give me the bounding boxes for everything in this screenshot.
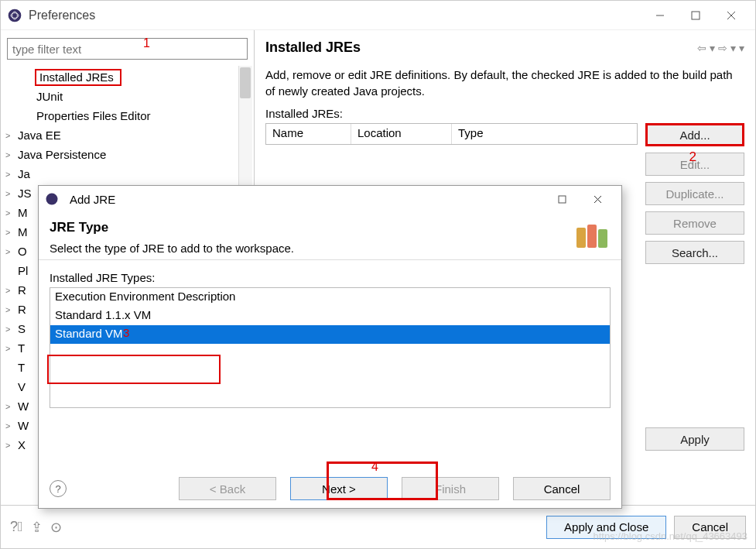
col-location[interactable]: Location xyxy=(351,124,452,144)
preferences-window: Preferences 1 Installed JRE xyxy=(0,0,756,549)
tree-caret-icon: > xyxy=(5,228,16,237)
help-icon[interactable]: ?⃝ xyxy=(10,519,23,536)
titlebar: Preferences xyxy=(1,1,755,30)
page-title: Installed JREs xyxy=(265,39,361,56)
jre-types-list[interactable]: Execution Environment DescriptionStandar… xyxy=(50,287,611,408)
tree-caret-icon: > xyxy=(5,170,16,179)
svg-rect-8 xyxy=(559,196,566,203)
maximize-icon xyxy=(691,11,700,20)
tree-item-label: Pl xyxy=(16,264,28,277)
dialog-maximize-button[interactable] xyxy=(544,187,580,211)
annotation-1: 1 xyxy=(143,36,150,50)
close-icon xyxy=(727,11,736,20)
eclipse-icon xyxy=(45,192,59,206)
tree-item-label: M xyxy=(16,225,28,238)
dialog-footer: 4 ? < Back Next > Finish Cancel xyxy=(39,477,621,500)
tree-item-label: Ja xyxy=(16,167,30,180)
svg-rect-13 xyxy=(598,229,607,248)
annotation-2: 2 xyxy=(689,149,696,165)
close-button[interactable] xyxy=(713,4,749,27)
dialog-title: Add JRE xyxy=(65,193,544,206)
svg-point-0 xyxy=(9,9,22,22)
eclipse-icon xyxy=(7,8,22,23)
watermark: https://blog.csdn.net/qq_43663493 xyxy=(594,530,748,542)
dialog-heading: JRE Type xyxy=(50,220,294,235)
svg-rect-11 xyxy=(576,228,586,248)
tree-item-label: S xyxy=(16,322,26,335)
tree-caret-icon: > xyxy=(5,131,16,140)
tree-item-label: X xyxy=(16,438,26,451)
tree-caret-icon: > xyxy=(5,150,16,160)
next-button[interactable]: Next > xyxy=(290,477,388,500)
jre-type-item[interactable]: Execution Environment Description xyxy=(50,288,610,307)
tree-item-label: W xyxy=(16,419,29,432)
scrollbar-thumb[interactable] xyxy=(240,67,251,98)
tree-item[interactable]: Properties Files Editor xyxy=(1,106,254,125)
page-nav-arrows[interactable]: ⇦ ▾ ⇨ ▾ ▾ xyxy=(697,42,744,54)
tree-item-label: M xyxy=(16,206,28,219)
tree-item-label: O xyxy=(16,245,27,258)
tree-caret-icon: > xyxy=(5,421,16,431)
dialog-close-button[interactable] xyxy=(580,187,615,211)
svg-rect-12 xyxy=(587,225,597,248)
back-button[interactable]: < Back xyxy=(179,477,276,500)
remove-button[interactable]: Remove xyxy=(645,211,744,235)
annotation-4: 4 xyxy=(371,460,378,474)
tree-caret-icon: > xyxy=(5,441,16,450)
jre-type-item[interactable]: Standard VM xyxy=(50,325,610,344)
col-name[interactable]: Name xyxy=(266,124,351,144)
tree-item-label: Properties Files Editor xyxy=(35,109,151,122)
dialog-body: Installed JRE Types: Execution Environme… xyxy=(39,260,621,408)
tree-item-label: R xyxy=(16,303,26,316)
close-icon xyxy=(594,195,602,204)
dialog-titlebar: Add JRE xyxy=(39,186,621,212)
minimize-icon xyxy=(655,11,665,20)
import-icon[interactable]: ⇪ xyxy=(31,519,43,536)
tree-item-label: W xyxy=(16,400,29,413)
tree-item-label: T xyxy=(16,361,25,374)
col-type[interactable]: Type xyxy=(452,124,637,144)
export-icon[interactable]: ⊙ xyxy=(50,519,62,536)
dialog-help-button[interactable]: ? xyxy=(50,480,67,497)
dialog-subheading: Select the type of JRE to add to the wor… xyxy=(50,242,294,255)
tree-item-label: JUnit xyxy=(35,90,63,103)
minimize-button[interactable] xyxy=(642,4,678,27)
tree-item-label: Java Persistence xyxy=(16,148,106,161)
side-button-column: Add... Edit... Duplicate... Remove Searc… xyxy=(645,123,744,264)
tree-item[interactable]: JUnit xyxy=(1,87,254,106)
tree-caret-icon: > xyxy=(5,324,16,334)
jre-type-item[interactable]: Standard 1.1.x VM xyxy=(50,307,610,325)
jre-table[interactable]: Name Location Type xyxy=(265,123,638,145)
tree-caret-icon: > xyxy=(5,286,16,295)
tree-caret-icon: > xyxy=(5,402,16,411)
finish-button[interactable]: Finish xyxy=(402,477,499,500)
maximize-button[interactable] xyxy=(678,4,713,27)
tree-item-label: JS xyxy=(16,187,32,200)
duplicate-button[interactable]: Duplicate... xyxy=(645,182,744,205)
add-button[interactable]: Add... xyxy=(645,123,744,146)
page-description: Add, remove or edit JRE definitions. By … xyxy=(265,67,744,99)
installed-jres-label: Installed JREs: xyxy=(265,107,744,120)
svg-rect-4 xyxy=(692,12,700,19)
filter-input[interactable] xyxy=(7,38,248,60)
apply-button[interactable]: Apply xyxy=(645,427,744,451)
svg-point-7 xyxy=(46,194,58,205)
tree-item[interactable]: >Java EE xyxy=(1,125,254,145)
tree-item-label: R xyxy=(16,283,26,297)
maximize-icon xyxy=(558,195,566,204)
tree-caret-icon: > xyxy=(5,247,16,256)
tree-caret-icon: > xyxy=(5,344,16,353)
tree-item[interactable]: >Java Persistence xyxy=(1,145,254,164)
tree-item-label: Java EE xyxy=(16,129,61,142)
window-controls xyxy=(642,4,749,27)
tree-item[interactable]: Installed JREs xyxy=(1,67,254,87)
tree-item[interactable]: >Ja xyxy=(1,164,254,184)
jre-types-label: Installed JRE Types: xyxy=(50,271,611,284)
window-title: Preferences xyxy=(29,9,642,22)
tree-item-label: T xyxy=(16,341,25,355)
tree-caret-icon: > xyxy=(5,189,16,198)
search-button[interactable]: Search... xyxy=(645,241,744,264)
tree-caret-icon: > xyxy=(5,305,16,314)
dialog-cancel-button[interactable]: Cancel xyxy=(513,477,611,500)
tree-item-label: V xyxy=(16,380,26,393)
